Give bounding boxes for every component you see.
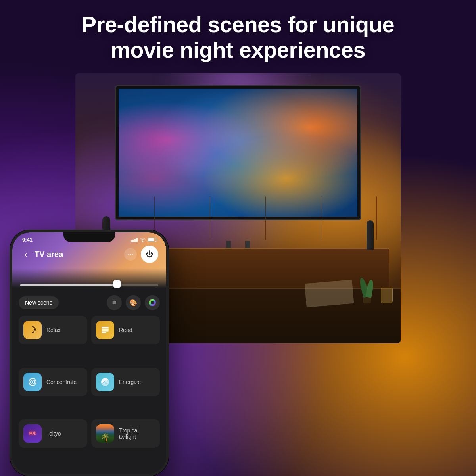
svg-rect-5: [102, 332, 106, 334]
status-icons: [131, 237, 156, 243]
signal-bar-3: [134, 239, 136, 242]
signal-bar-1: [131, 240, 132, 242]
scenes-grid: ☽ Relax Read: [19, 316, 160, 467]
page-header: Pre-defined scenes for unique movie nigh…: [0, 0, 476, 71]
concentrate-icon-symbol: [28, 377, 37, 387]
brightness-slider-area[interactable]: [20, 279, 158, 291]
phone-volume-down-button[interactable]: [10, 314, 11, 332]
energize-icon-symbol: [100, 377, 110, 387]
tv-legs: [222, 241, 254, 249]
svg-rect-3: [102, 329, 109, 330]
brightness-fill: [20, 284, 117, 286]
list-view-button[interactable]: ≡: [107, 295, 122, 310]
wifi-icon: [140, 237, 146, 243]
status-time: 9:41: [22, 237, 33, 243]
scene-icon-concentrate: [23, 373, 42, 391]
phone-device: 9:41: [10, 222, 200, 476]
relax-icon-symbol: ☽: [29, 325, 36, 335]
scene-icon-tokyo: 東京: [23, 424, 42, 443]
scene-name-energize: Energize: [119, 379, 141, 385]
power-toggle-button[interactable]: ⏻: [141, 246, 158, 263]
palette-button[interactable]: 🎨: [126, 295, 141, 310]
page-title: Pre-defined scenes for unique movie nigh…: [24, 12, 452, 63]
battery-icon: [148, 238, 156, 242]
scene-name-concentrate: Concentrate: [46, 379, 77, 385]
svg-point-8: [32, 381, 33, 383]
speaker-right: [367, 220, 374, 250]
more-options-button[interactable]: ···: [124, 248, 137, 261]
scene-name-tokyo: Tokyo: [46, 430, 61, 437]
read-icon-symbol: [100, 325, 110, 335]
cabinet-panel-3: [210, 196, 266, 240]
phone-screen: 9:41: [12, 232, 166, 474]
battery-fill: [148, 238, 154, 241]
plant-decoration: [357, 272, 377, 303]
cabinet-panel-4: [266, 196, 321, 240]
phone-nav-bar: ‹ TV area ··· ⏻: [20, 244, 158, 264]
scene-icon-tropical: 🌴: [96, 424, 114, 443]
phone-power-button[interactable]: [168, 296, 169, 320]
scene-card-tropical[interactable]: 🌴 Tropical twilight: [91, 419, 160, 448]
signal-bar-2: [132, 240, 134, 242]
svg-rect-4: [102, 330, 109, 332]
scene-icon-relax: ☽: [23, 321, 42, 339]
back-button[interactable]: ‹: [20, 249, 31, 260]
phone-nav-left: ‹ TV area: [20, 249, 63, 260]
phone-body: 9:41: [10, 230, 169, 476]
signal-strength-icon: [131, 237, 138, 242]
svg-point-1: [151, 301, 154, 304]
scene-name-relax: Relax: [46, 327, 61, 333]
scene-name-tropical: Tropical twilight: [119, 427, 155, 440]
phone-notch: [63, 232, 115, 242]
list-icon: ≡: [112, 299, 117, 307]
scene-card-read[interactable]: Read: [91, 316, 160, 344]
palette-icon: 🎨: [129, 299, 137, 307]
scene-card-concentrate[interactable]: Concentrate: [19, 368, 87, 396]
table-papers: [305, 280, 354, 307]
scene-icon-energize: [96, 373, 114, 391]
scene-card-tokyo[interactable]: 東京 Tokyo: [19, 419, 87, 448]
scenes-toolbar: New scene ≡ 🎨: [19, 295, 160, 310]
svg-rect-2: [102, 327, 109, 328]
nav-title: TV area: [35, 250, 63, 259]
phone-volume-up-button[interactable]: [10, 292, 11, 310]
glass-decoration: [381, 288, 393, 303]
scene-card-energize[interactable]: Energize: [91, 368, 160, 396]
new-scene-button[interactable]: New scene: [19, 296, 59, 309]
plant-leaves: [359, 274, 375, 298]
color-wheel-button[interactable]: [145, 295, 160, 310]
brightness-track: [20, 284, 158, 286]
phone-mute-button[interactable]: [10, 272, 11, 285]
signal-bar-4: [136, 238, 138, 242]
color-wheel-icon: [148, 299, 156, 307]
scene-card-relax[interactable]: ☽ Relax: [19, 316, 87, 344]
phone-nav-right: ··· ⏻: [124, 246, 158, 263]
scene-name-read: Read: [119, 327, 132, 333]
scene-icon-read: [96, 321, 114, 339]
power-icon: ⏻: [146, 250, 153, 259]
brightness-thumb[interactable]: [113, 280, 121, 288]
plant-pot: [363, 298, 371, 303]
